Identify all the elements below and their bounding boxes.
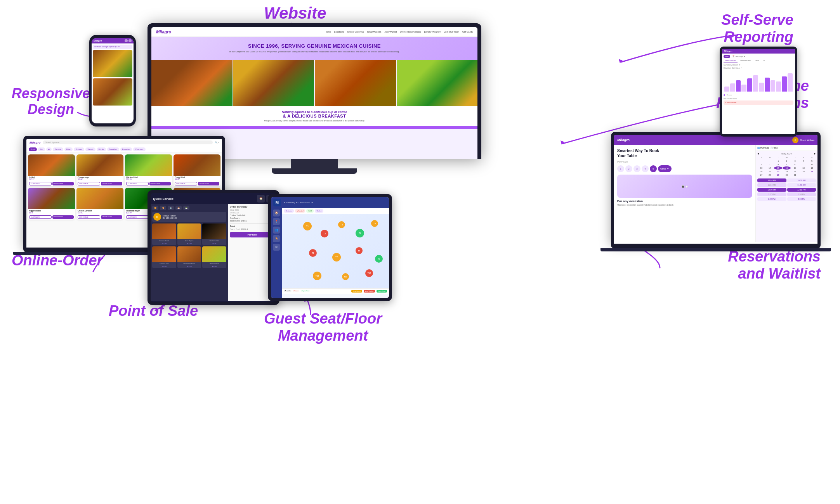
rep-tab-labor[interactable]: Labor [753,59,760,62]
rep-tab-sales[interactable]: Sales Summary [724,59,738,62]
order-btn-4[interactable]: ORDER NOW [198,182,220,185]
table-1[interactable]: T1 [303,222,312,230]
time-1130[interactable]: 11:30 AM [787,183,816,187]
table-7[interactable]: T7 [332,253,341,262]
customize-btn-1[interactable]: CUSTOMIZE [29,182,52,185]
table-6[interactable]: T6 [309,249,317,257]
cal-22[interactable]: 22 [774,170,782,173]
cal-16[interactable]: 16 [783,166,791,170]
order-btn-3[interactable]: ORDER NOW [149,182,171,185]
cal-prev[interactable]: ◀ [757,152,759,155]
rep-filter-btn[interactable]: Filter [724,55,730,58]
cal-28[interactable]: 28 [766,173,774,177]
cat-salads[interactable]: Salads [85,147,95,151]
customize-btn-2[interactable]: CUSTOMIZE [78,182,100,185]
guest-waitlist-btn-2[interactable]: Add Waitlist [364,290,375,293]
cal-17[interactable]: 17 [791,166,799,170]
cal-5[interactable]: 5 [808,159,816,163]
cal-next[interactable]: ▶ [814,152,816,155]
rep-tab-employee[interactable]: Employee Sales [738,59,753,62]
cal-10[interactable]: 10 [791,163,799,166]
cal-9[interactable]: 9 [783,163,791,166]
cal-1[interactable]: 1 [774,159,782,163]
cal-14[interactable]: 14 [766,166,774,170]
party-other[interactable]: Other ▼ [658,165,672,172]
guest-btn-available[interactable]: Available [284,209,294,213]
cal-12[interactable]: 12 [808,163,816,166]
customize-btn-4[interactable]: CUSTOMIZE [175,182,197,185]
cal-29[interactable]: 29 [774,173,782,177]
customize-btn-5[interactable]: CUSTOMIZE [29,215,52,219]
party-1[interactable]: 1 [617,165,624,172]
time-200[interactable]: 2:00 PM [757,197,786,201]
pos-icon-1[interactable]: 🏠 [257,195,265,203]
cal-13[interactable]: 13 [757,166,765,170]
cat-fav[interactable]: ❤ [46,147,52,151]
time-1230[interactable]: 12:30 PM [787,188,816,192]
cal-11[interactable]: 11 [800,163,808,166]
party-5[interactable]: 5 [650,165,657,172]
cat-list[interactable]: List [38,147,45,151]
guest-btn-waitlist[interactable]: Waitlist [315,209,324,213]
cal-30[interactable]: 30 [783,173,791,177]
table-12[interactable]: T12 [365,269,373,277]
pos-cat-5[interactable]: 🥗 [183,206,189,210]
cat-favorites[interactable]: Favorites [120,147,132,151]
customize-btn-7[interactable]: CUSTOMIZE [126,215,149,219]
pos-cat-2[interactable]: 🍕 [160,206,166,210]
cat-entrees[interactable]: Entrees [74,147,84,151]
cal-8[interactable]: 8 [774,163,782,166]
guest-btn-hold[interactable]: Hold [306,209,313,213]
cat-filter[interactable]: Filter [64,147,73,151]
time-1100[interactable]: 11:00 AM [757,183,786,187]
cal-21[interactable]: 21 [766,170,774,173]
table-9[interactable]: T9 [375,255,383,263]
guest-sidebar-table[interactable]: 🪑 [273,235,280,242]
order-btn-2[interactable]: ORDER NOW [101,182,123,185]
table-5[interactable]: T5 [371,220,378,227]
table-8[interactable]: T8 [356,247,363,254]
table-2[interactable]: T2 [321,230,328,237]
cal-19[interactable]: 19 [808,166,816,170]
cat-drinks[interactable]: Drinks [97,147,106,151]
party-4[interactable]: 4 [642,165,649,172]
cal-3[interactable]: 3 [791,159,799,163]
cal-26[interactable]: 26 [808,170,816,173]
cat-checkout[interactable]: Checkout [133,147,145,151]
time-1030[interactable]: 10:30 AM [787,178,816,182]
cal-18[interactable]: 18 [800,166,808,170]
cal-7[interactable]: 7 [766,163,774,166]
order-btn-1[interactable]: ORDER NOW [52,182,74,185]
time-1200[interactable]: 12:00 PM [757,188,786,192]
cat-breakfast[interactable]: Breakfast [107,147,119,151]
guest-sidebar-home[interactable]: 🏠 [273,210,280,216]
customize-btn-3[interactable]: CUSTOMIZE [126,182,149,185]
cal-4[interactable]: 4 [800,159,808,163]
order-btn-6[interactable]: ORDER NOW [101,215,123,219]
guest-btn-seated[interactable]: ● Seated [295,209,305,213]
cat-food[interactable]: Food [29,147,37,151]
cal-24[interactable]: 24 [791,170,799,173]
time-100[interactable]: 1:00 PM [757,192,786,196]
pos-cat-4[interactable]: 🍜 [175,206,182,210]
guest-open-btn[interactable]: Open Seat [377,290,387,293]
order-search[interactable]: Search by name [43,140,212,144]
cal-27[interactable]: 27 [757,173,765,177]
time-130[interactable]: 1:30 PM [787,192,816,196]
time-230[interactable]: 2:30 PM [787,197,816,201]
cal-23[interactable]: 23 [783,170,791,173]
table-4[interactable]: T4 [356,229,364,237]
party-3[interactable]: 3 [633,165,640,172]
guest-sidebar-settings[interactable]: ⚙ [273,244,280,251]
cal-15[interactable]: 15 [774,166,782,170]
cal-31[interactable]: 31 [791,173,799,177]
guest-sidebar-users[interactable]: 👥 [273,227,280,234]
order-btn-5[interactable]: ORDER NOW [52,215,74,219]
pos-cat-3[interactable]: 🥤 [168,206,174,210]
time-1000[interactable]: 10:00 AM [757,178,786,182]
guest-sidebar-map[interactable]: 📍 [273,218,280,225]
table-3[interactable]: T3 [338,221,345,228]
party-2[interactable]: 2 [625,165,632,172]
cal-20[interactable]: 20 [757,170,765,173]
cal-2[interactable]: 2 [783,159,791,163]
